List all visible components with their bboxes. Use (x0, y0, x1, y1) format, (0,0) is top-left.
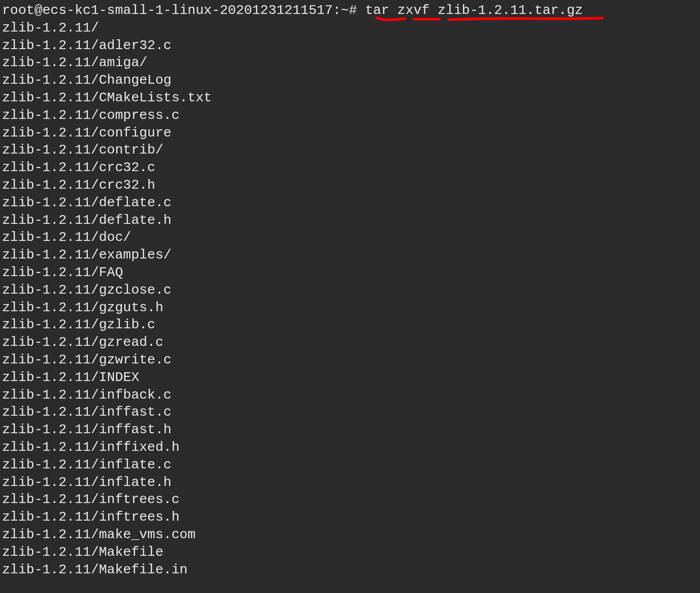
terminal-output-line: zlib-1.2.11/infback.c (2, 387, 698, 404)
terminal-output-line: zlib-1.2.11/contrib/ (2, 142, 698, 159)
terminal-output-line: zlib-1.2.11/adler32.c (2, 37, 698, 55)
terminal-output-line: zlib-1.2.11/crc32.c (2, 159, 698, 177)
terminal-output-line: zlib-1.2.11/ChangeLog (2, 72, 698, 89)
shell-prompt: root@ecs-kc1-small-1-linux-2020123121151… (2, 3, 365, 18)
terminal-output-line: zlib-1.2.11/crc32.h (2, 177, 698, 194)
terminal-output-line: zlib-1.2.11/gzclose.c (2, 282, 698, 299)
terminal-output-line: zlib-1.2.11/inftrees.h (2, 509, 698, 526)
terminal-output-line: zlib-1.2.11/configure (2, 125, 698, 142)
terminal-output-line: zlib-1.2.11/gzread.c (2, 334, 698, 352)
terminal-output-line: zlib-1.2.11/deflate.h (2, 212, 698, 230)
terminal-output-line: zlib-1.2.11/gzwrite.c (2, 352, 698, 369)
terminal-output-line: zlib-1.2.11/inffast.c (2, 404, 698, 421)
terminal-output-line: zlib-1.2.11/Makefile.in (2, 561, 698, 579)
terminal-output: zlib-1.2.11/zlib-1.2.11/adler32.czlib-1.… (2, 20, 698, 579)
terminal-output-line: zlib-1.2.11/doc/ (2, 229, 698, 247)
terminal-output-line: zlib-1.2.11/inffast.h (2, 421, 698, 439)
shell-command: tar zxvf zlib-1.2.11.tar.gz (365, 3, 583, 18)
terminal-output-line: zlib-1.2.11/ (2, 20, 698, 37)
terminal-output-line: zlib-1.2.11/inftrees.c (2, 491, 698, 509)
terminal-output-line: zlib-1.2.11/inflate.h (2, 474, 698, 492)
terminal-prompt-line[interactable]: root@ecs-kc1-small-1-linux-2020123121151… (2, 2, 698, 20)
terminal-output-line: zlib-1.2.11/CMakeLists.txt (2, 89, 698, 107)
terminal-output-line: zlib-1.2.11/deflate.c (2, 194, 698, 212)
terminal-output-line: zlib-1.2.11/gzlib.c (2, 316, 698, 334)
terminal-output-line: zlib-1.2.11/inflate.c (2, 457, 698, 474)
terminal-output-line: zlib-1.2.11/compress.c (2, 107, 698, 125)
terminal-output-line: zlib-1.2.11/examples/ (2, 247, 698, 264)
terminal-output-line: zlib-1.2.11/INDEX (2, 369, 698, 387)
terminal-output-line: zlib-1.2.11/gzguts.h (2, 299, 698, 317)
terminal-output-line: zlib-1.2.11/Makefile (2, 544, 698, 561)
terminal-output-line: zlib-1.2.11/amiga/ (2, 54, 698, 72)
terminal-output-line: zlib-1.2.11/make_vms.com (2, 526, 698, 544)
terminal-output-line: zlib-1.2.11/inffixed.h (2, 439, 698, 457)
terminal-output-line: zlib-1.2.11/FAQ (2, 264, 698, 282)
